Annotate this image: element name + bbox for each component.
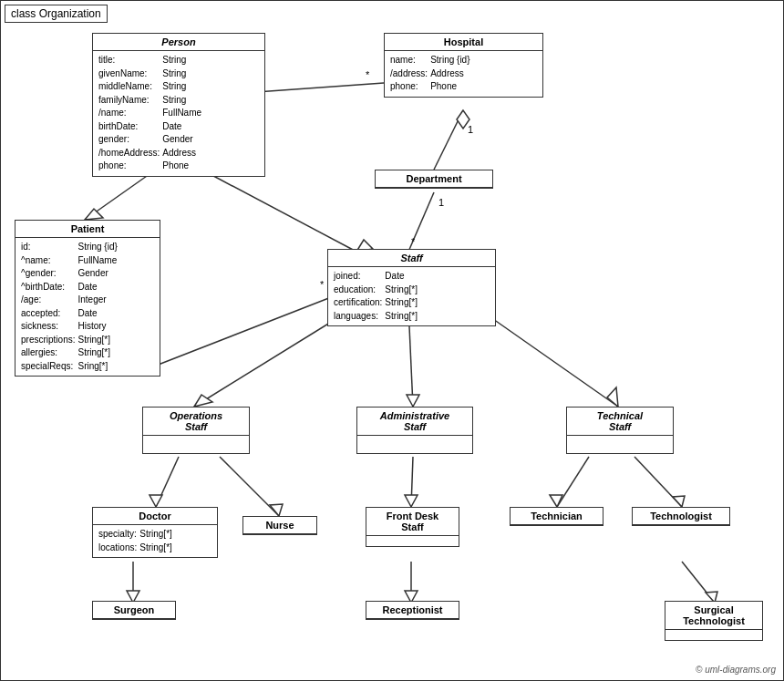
administrative-staff-header: Administrative Staff [357, 408, 472, 436]
surgeon-class: Surgeon [92, 601, 176, 620]
staff-class: Staff joined:Date education:String[*] ce… [327, 249, 496, 326]
svg-marker-30 [550, 495, 562, 507]
svg-line-23 [156, 457, 179, 507]
receptionist-class-header: Receptionist [366, 602, 459, 619]
department-class-header: Department [376, 170, 492, 188]
svg-marker-28 [405, 495, 418, 507]
technician-class: Technician [510, 507, 603, 526]
svg-line-31 [634, 457, 682, 507]
svg-line-10 [85, 170, 156, 220]
technologist-class-header: Technologist [633, 508, 729, 525]
department-class: Department [375, 170, 493, 189]
nurse-class: Nurse [242, 516, 317, 535]
diagram-canvas: class Organization * * 1 * 1 * * * [0, 0, 784, 681]
diagram-title: class Organization [5, 5, 108, 23]
nurse-class-header: Nurse [243, 517, 316, 534]
svg-text:1: 1 [468, 124, 473, 135]
surgical-technologist-class: Surgical Technologist [665, 601, 763, 641]
technical-staff-header: Technical Staff [567, 408, 673, 436]
surgeon-class-header: Surgeon [93, 602, 175, 619]
svg-line-29 [557, 457, 589, 507]
staff-class-attrs: joined:Date education:String[*] certific… [328, 267, 495, 325]
staff-class-header: Staff [328, 250, 495, 267]
svg-line-3 [434, 110, 463, 170]
receptionist-class: Receptionist [366, 601, 459, 620]
svg-line-0 [256, 83, 384, 92]
svg-marker-24 [150, 495, 162, 507]
front-desk-staff-class: Front Desk Staff [366, 507, 459, 547]
copyright-text: © uml-diagrams.org [696, 665, 776, 675]
patient-class-header: Patient [15, 221, 160, 238]
operations-staff-header: Operations Staff [143, 408, 249, 436]
svg-marker-22 [607, 387, 618, 407]
svg-line-37 [682, 562, 715, 603]
patient-class: Patient id:String {id} ^name:FullName ^g… [15, 220, 160, 377]
administrative-staff-class: Administrative Staff [356, 407, 473, 454]
svg-line-21 [475, 306, 618, 407]
person-class: Person title:String givenName:String mid… [92, 33, 265, 177]
svg-marker-11 [85, 209, 103, 220]
svg-text:*: * [366, 69, 370, 80]
operations-staff-class: Operations Staff [142, 407, 250, 454]
svg-line-27 [411, 457, 413, 507]
svg-marker-4 [457, 110, 469, 129]
svg-line-12 [201, 170, 356, 252]
svg-text:*: * [411, 236, 416, 247]
doctor-class: Doctor specialty:String[*] locations:Str… [92, 507, 218, 558]
person-class-header: Person [93, 34, 264, 51]
svg-marker-26 [270, 504, 283, 516]
svg-text:1: 1 [438, 197, 444, 208]
svg-marker-32 [673, 496, 685, 507]
technical-staff-class: Technical Staff [566, 407, 674, 454]
doctor-class-header: Doctor [93, 508, 217, 525]
technologist-class: Technologist [632, 507, 730, 526]
svg-marker-18 [194, 395, 212, 407]
hospital-class-header: Hospital [385, 34, 542, 51]
svg-marker-20 [407, 395, 419, 407]
svg-line-14 [156, 293, 343, 366]
hospital-class: Hospital name:String {id} /address:Addre… [384, 33, 543, 98]
patient-class-attrs: id:String {id} ^name:FullName ^gender:Ge… [15, 238, 160, 376]
front-desk-staff-header: Front Desk Staff [366, 508, 459, 536]
doctor-class-attrs: specialty:String[*] locations:String[*] [93, 525, 217, 557]
surgical-technologist-header: Surgical Technologist [665, 602, 762, 630]
svg-line-25 [220, 457, 279, 516]
person-class-attrs: title:String givenName:String middleName… [93, 51, 264, 176]
hospital-class-attrs: name:String {id} /address:Address phone:… [385, 51, 542, 97]
technician-class-header: Technician [511, 508, 603, 525]
svg-line-7 [408, 192, 434, 252]
svg-text:*: * [320, 279, 325, 290]
